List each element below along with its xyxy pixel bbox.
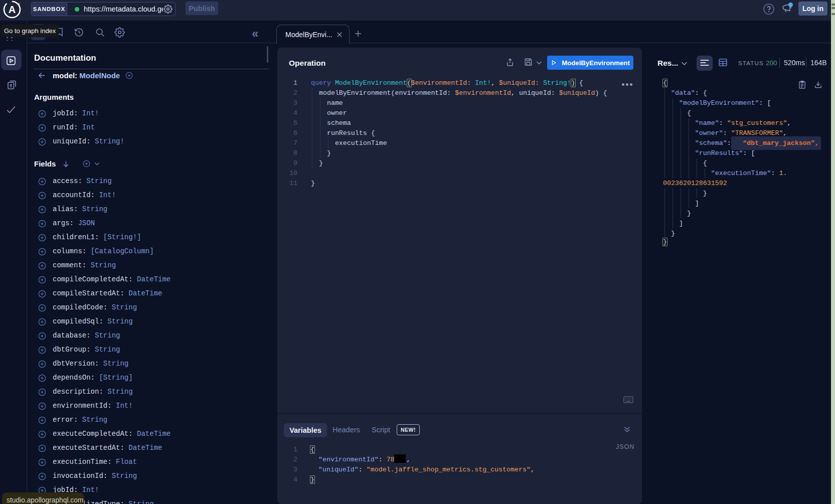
svg-text:A: A (9, 4, 16, 15)
